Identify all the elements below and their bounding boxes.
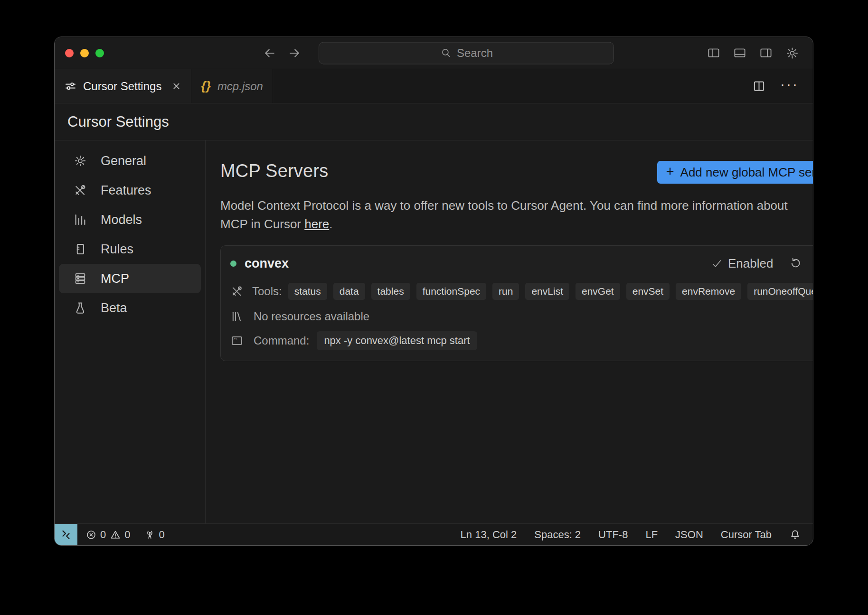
tool-tag: envGet xyxy=(576,283,620,300)
status-bar: 0 0 0 Ln 13, Col 2 Spaces: 2 UTF-8 LF JS… xyxy=(55,523,813,545)
add-mcp-server-button[interactable]: + Add new global MCP server xyxy=(657,161,813,184)
sidebar-item-models[interactable]: Models xyxy=(59,205,201,234)
mcp-docs-link[interactable]: here xyxy=(304,217,329,231)
library-icon xyxy=(230,310,244,323)
remote-indicator[interactable] xyxy=(55,524,77,545)
notifications-bell-icon[interactable] xyxy=(789,529,801,540)
tab-label: Cursor Settings xyxy=(83,80,161,93)
terminal-icon: c:\ xyxy=(230,334,244,347)
tool-tag: envSet xyxy=(626,283,670,300)
tool-tag: status xyxy=(288,283,327,300)
app-window: Search Cursor Settings xyxy=(54,37,813,546)
sidebar-item-mcp[interactable]: MCP xyxy=(59,264,201,293)
sidebar-item-label: Features xyxy=(101,183,151,198)
notebook-icon xyxy=(73,242,87,256)
server-enabled-toggle[interactable]: Enabled xyxy=(728,256,773,271)
toggle-primary-sidebar-icon[interactable] xyxy=(707,46,721,60)
split-editor-icon[interactable] xyxy=(752,79,766,93)
sidebar-item-label: General xyxy=(101,154,146,168)
close-window-button[interactable] xyxy=(65,49,74,57)
flask-icon xyxy=(73,301,87,315)
section-title: MCP Servers xyxy=(220,161,328,181)
tool-tag: functionSpec xyxy=(416,283,486,300)
tab-cursor-settings[interactable]: Cursor Settings xyxy=(55,69,191,103)
tab-bar: Cursor Settings {} mcp.json ··· xyxy=(55,69,813,103)
tool-tag: runOneoffQuery xyxy=(747,283,813,300)
server-name: convex xyxy=(245,256,289,271)
command-label: Command: xyxy=(254,334,309,347)
error-icon xyxy=(85,529,97,540)
sidebar-item-label: Models xyxy=(101,213,142,227)
sidebar-item-beta[interactable]: Beta xyxy=(59,293,201,323)
add-mcp-server-button-label: Add new global MCP server xyxy=(680,165,813,180)
search-icon xyxy=(440,47,452,59)
errors-indicator[interactable]: 0 xyxy=(85,529,106,541)
search-input[interactable]: Search xyxy=(319,42,614,64)
tools-label: Tools: xyxy=(252,285,282,298)
toggle-secondary-sidebar-icon[interactable] xyxy=(759,46,773,60)
tab-mcp-json[interactable]: {} mcp.json xyxy=(191,69,273,103)
section-description: Model Context Protocol is a way to offer… xyxy=(220,196,813,233)
tool-tag: envList xyxy=(525,283,569,300)
zoom-window-button[interactable] xyxy=(95,49,104,57)
resources-status-text: No resources available xyxy=(254,310,369,323)
minimize-window-button[interactable] xyxy=(80,49,89,57)
description-text-end: . xyxy=(329,217,332,231)
ports-indicator[interactable]: 0 xyxy=(144,529,165,541)
radio-tower-icon xyxy=(144,529,156,540)
refresh-icon[interactable] xyxy=(789,257,802,270)
sidebar-item-rules[interactable]: Rules xyxy=(59,234,201,264)
remote-icon xyxy=(60,529,72,541)
sidebar-item-general[interactable]: General xyxy=(59,146,201,176)
cursor-tab-toggle[interactable]: Cursor Tab xyxy=(721,529,772,541)
plus-icon: + xyxy=(666,165,674,180)
traffic-lights xyxy=(65,49,104,57)
more-actions-icon[interactable]: ··· xyxy=(780,77,799,96)
encoding-setting[interactable]: UTF-8 xyxy=(598,529,628,541)
sidebar-item-label: Rules xyxy=(101,242,133,257)
language-mode[interactable]: JSON xyxy=(675,529,703,541)
command-text: npx -y convex@latest mcp start xyxy=(317,331,477,350)
server-status-dot xyxy=(230,261,236,267)
tool-tag: data xyxy=(333,283,365,300)
server-icon xyxy=(73,271,87,286)
svg-text:c:\: c:\ xyxy=(234,337,237,341)
page-title: Cursor Settings xyxy=(55,103,813,140)
check-icon xyxy=(711,258,723,270)
search-placeholder: Search xyxy=(457,47,493,60)
sidebar-item-features[interactable]: Features xyxy=(59,176,201,205)
sidebar-item-label: Beta xyxy=(101,301,127,316)
back-arrow-icon[interactable] xyxy=(263,46,277,60)
title-bar: Search xyxy=(55,37,813,69)
ports-count: 0 xyxy=(159,529,165,541)
sidebar-item-label: MCP xyxy=(101,271,129,286)
tools-icon xyxy=(73,183,87,197)
tool-tag: run xyxy=(492,283,519,300)
bar-chart-icon xyxy=(73,213,87,227)
mcp-server-card: convex Enabled xyxy=(220,245,813,361)
json-file-icon: {} xyxy=(201,79,211,93)
eol-setting[interactable]: LF xyxy=(645,529,658,541)
sliders-icon xyxy=(64,80,77,93)
errors-count: 0 xyxy=(100,529,106,541)
cursor-position[interactable]: Ln 13, Col 2 xyxy=(461,529,517,541)
indentation-setting[interactable]: Spaces: 2 xyxy=(534,529,581,541)
settings-sidebar: General Features Models Rules xyxy=(55,140,206,523)
gear-icon xyxy=(73,154,87,168)
tab-label: mcp.json xyxy=(217,80,263,93)
forward-arrow-icon[interactable] xyxy=(287,46,302,60)
close-tab-icon[interactable] xyxy=(171,81,181,91)
tool-tag: envRemove xyxy=(676,283,741,300)
warning-icon xyxy=(110,529,121,540)
tools-icon xyxy=(230,285,244,298)
tool-tag: tables xyxy=(371,283,410,300)
layout-settings-gear-icon[interactable] xyxy=(785,46,800,60)
toggle-panel-icon[interactable] xyxy=(733,46,747,60)
warnings-indicator[interactable]: 0 xyxy=(110,529,130,541)
warnings-count: 0 xyxy=(124,529,130,541)
mcp-settings-panel: MCP Servers + Add new global MCP server … xyxy=(206,140,813,523)
